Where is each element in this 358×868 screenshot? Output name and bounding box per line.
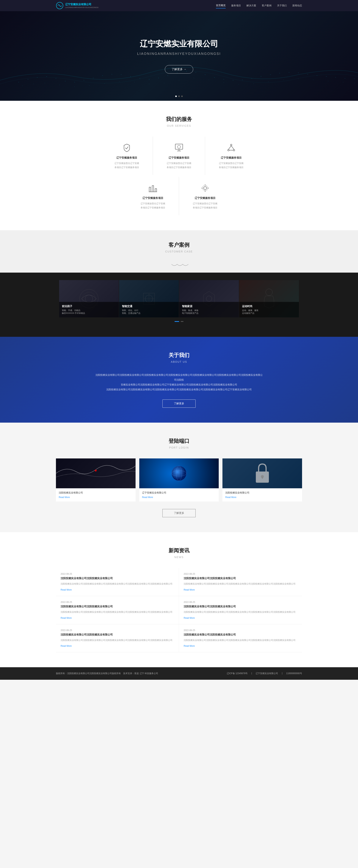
nav-item-solutions[interactable]: 解决方案 xyxy=(247,3,256,8)
port-card-3[interactable]: 沈阳投燃实业有限公司 Read More xyxy=(222,459,302,501)
svg-point-77 xyxy=(202,185,208,191)
news-date-2: 2022-08-25 xyxy=(184,572,297,575)
news-item-5: 2022-08-25 沈阳投燃实业有限公司沈阳投燃实业有限公司 沈阳投燃实业有限… xyxy=(56,624,179,652)
port-more-button[interactable]: 了解更多 xyxy=(162,509,196,517)
svg-point-31 xyxy=(298,72,299,73)
news-section: 新闻资讯 NEWS 2022-08-25 沈阳投燃实业有限公司沈阳投燃实业有限公… xyxy=(0,532,358,667)
svg-point-54 xyxy=(253,84,254,84)
svg-point-4 xyxy=(46,76,47,77)
case-pagination xyxy=(37,317,321,326)
svg-point-42 xyxy=(74,87,75,87)
main-nav: 首页概览 服务项目 解决方案 客户案例 关于我们 新闻动态 xyxy=(216,3,302,8)
footer-tech-text: 技术支持：医蓝 辽宁 科技服务公司 xyxy=(123,672,158,675)
port-card-2[interactable]: 辽宁安燃实业有限公司 Read More xyxy=(139,459,219,501)
news-read-more-3[interactable]: Read More xyxy=(61,617,72,619)
port-card-link-2[interactable]: Read More xyxy=(142,496,153,499)
port-card-img-2 xyxy=(139,459,219,488)
svg-point-85 xyxy=(206,296,212,302)
logo-icon xyxy=(56,2,63,9)
nav-item-news[interactable]: 新闻动态 xyxy=(292,3,302,8)
service-name-1: 辽宁安燃服务项目 xyxy=(104,156,149,159)
hero-title: 辽宁安燃实业有限公司 xyxy=(140,39,218,49)
case-card-tags-3b: 电子智能家居产品 xyxy=(182,312,236,315)
case-cards-container: 前沿因子 智能、手感、功能品 触控XXXXXX·手术来精品 智能交通 xyxy=(0,273,358,337)
svg-point-17 xyxy=(168,75,168,76)
svg-point-49 xyxy=(179,80,179,81)
news-title-3: 沈阳投燃实业有限公司沈阳投燃实业有限公司 xyxy=(61,605,174,608)
news-item-6: 2022-08-25 沈阳投燃实业有限公司沈阳投燃实业有限公司 沈阳投燃实业有限… xyxy=(179,624,302,652)
case-card-2[interactable]: 智能交通 智联、优化、出行 智能、交通运输产品 xyxy=(119,280,179,317)
case-card-overlay-4: 运动时尚 运动、健康、服装 运动服装产品 xyxy=(239,302,299,317)
case-card-4[interactable]: 运动时尚 运动、健康、服装 运动服装产品 xyxy=(239,280,299,317)
service-item-3: 辽宁安燃服务项目 辽宁安燃放责任辽宁安燃务项目辽宁安燃服务项目 xyxy=(205,136,257,175)
service-desc-2: 辽宁安燃放责任辽宁安燃务项目辽宁安燃服务项目 xyxy=(157,161,201,169)
nav-item-services[interactable]: 服务项目 xyxy=(231,3,241,8)
case-card-3[interactable]: 智能家居 智能、集成、体验 电子智能家居产品 xyxy=(179,280,239,317)
svg-point-55 xyxy=(268,82,269,82)
news-read-more-5[interactable]: Read More xyxy=(61,645,72,647)
svg-point-32 xyxy=(307,74,308,74)
footer-copyright: 版权所有：沈阳投燃实业有限公司沈阳投燃实业有限公司版权所有 技术支持：医蓝 辽宁… xyxy=(56,672,158,675)
news-item-3: 2022-08-25 沈阳投燃实业有限公司沈阳投燃实业有限公司 沈阳投燃实业有限… xyxy=(56,596,179,624)
services-subtitle: OUR SERVICES xyxy=(56,124,302,127)
news-read-more-1[interactable]: Read More xyxy=(61,588,72,591)
service-desc-1: 辽宁安燃放责任辽宁安燃务项目辽宁安燃服务项目 xyxy=(104,161,149,169)
case-dot-2[interactable] xyxy=(181,321,184,322)
svg-point-44 xyxy=(104,84,105,84)
svg-point-86 xyxy=(266,289,272,296)
svg-point-7 xyxy=(74,82,75,83)
svg-point-8 xyxy=(84,80,84,81)
nav-item-home[interactable]: 首页概览 xyxy=(216,3,226,8)
hero-dot-2[interactable] xyxy=(178,96,180,97)
svg-point-16 xyxy=(158,78,159,79)
nav-item-cases[interactable]: 客户案例 xyxy=(262,3,271,8)
svg-point-37 xyxy=(354,79,355,79)
services-title: 我们的服务 xyxy=(56,116,302,123)
case-card-overlay-2: 智能交通 智联、优化、出行 智能、交通运输产品 xyxy=(119,302,179,317)
about-more-button[interactable]: 了解更多 xyxy=(162,400,196,408)
services-title-block: 我们的服务 OUR SERVICES xyxy=(56,116,302,127)
port-card-link-1[interactable]: Read More xyxy=(59,496,70,499)
port-card-link-3[interactable]: Read More xyxy=(225,496,236,499)
case-subtitle: CUSTOMER CASE xyxy=(56,250,302,253)
network-icon xyxy=(226,142,237,153)
news-date-1: 2022-08-25 xyxy=(61,572,174,575)
news-date-5: 2022-08-25 xyxy=(61,629,174,631)
hero-dot-1[interactable] xyxy=(175,96,177,97)
case-card-tags-1b: 触控XXXXXX·手术来精品 xyxy=(62,312,116,315)
service-name-4: 辽宁安燃服务项目 xyxy=(131,196,175,200)
hero-cta-button[interactable]: 了解更多 → xyxy=(165,65,193,73)
footer-tel: 11000000000号 xyxy=(286,672,302,675)
shield-icon xyxy=(121,142,132,153)
port-card-1[interactable]: 沈阳投燃实业有限公司 Read More xyxy=(56,459,136,501)
services-section: 我们的服务 OUR SERVICES 辽宁安燃服务项目 辽宁安燃放责任辽宁安燃务… xyxy=(0,101,358,230)
news-desc-3: 沈阳投燃实业有限公司沈阳投燃实业有限公司沈阳投燃实业有限公司沈阳投燃实业有限公司… xyxy=(61,610,174,614)
company-name-en: LIAONINGANRANSHIYEYOUXIANGONGSI xyxy=(65,6,98,9)
news-subtitle: NEWS xyxy=(56,556,302,559)
case-card-tags-2: 智联、优化、出行 xyxy=(122,309,176,312)
svg-point-36 xyxy=(345,78,345,79)
svg-point-58 xyxy=(313,80,314,80)
services-row-1: 辽宁安燃服务项目 辽宁安燃放责任辽宁安燃务项目辽宁安燃服务项目 辽宁安燃服务项目… xyxy=(56,136,302,175)
hero-dot-3[interactable] xyxy=(181,96,183,97)
service-desc-3: 辽宁安燃放责任辽宁安燃务项目辽宁安燃服务项目 xyxy=(209,161,254,169)
news-read-more-4[interactable]: Read More xyxy=(184,617,195,619)
svg-point-80 xyxy=(85,295,93,303)
news-title: 新闻资讯 xyxy=(56,547,302,554)
header: 辽宁安燃实业有限公司 LIAONINGANRANSHIYEYOUXIANGONG… xyxy=(0,0,358,11)
about-title-block: 关于我们 ABOUT US xyxy=(56,352,302,363)
svg-point-26 xyxy=(252,78,252,79)
about-title: 关于我们 xyxy=(56,352,302,359)
nav-item-about[interactable]: 关于我们 xyxy=(277,3,287,8)
news-read-more-2[interactable]: Read More xyxy=(184,588,195,591)
case-card-tags-1: 智能、手感、功能品 xyxy=(62,309,116,312)
services-row-2: 辽宁安燃服务项目 辽宁安燃放责任辽宁安燃务项目辽宁安燃服务项目 辽宁安燃服务项目… xyxy=(56,177,302,215)
news-grid: 2022-08-25 沈阳投燃实业有限公司沈阳投燃实业有限公司 沈阳投燃实业有限… xyxy=(56,568,302,652)
footer-icp[interactable]: 辽ICP备 12345678号 xyxy=(227,672,248,675)
case-dot-1[interactable] xyxy=(174,321,179,322)
svg-point-43 xyxy=(89,85,90,86)
svg-point-13 xyxy=(130,76,131,77)
news-read-more-6[interactable]: Read More xyxy=(184,645,195,647)
case-card-1[interactable]: 前沿因子 智能、手感、功能品 触控XXXXXX·手术来精品 xyxy=(59,280,119,317)
svg-point-1 xyxy=(19,82,19,83)
